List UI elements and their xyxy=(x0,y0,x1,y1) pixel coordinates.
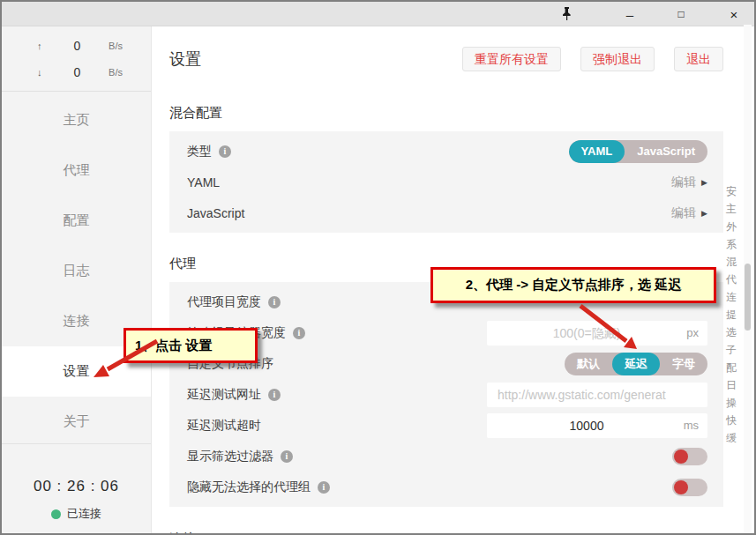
anchor-char[interactable]: 选 xyxy=(726,323,737,341)
group-navigator-width-input[interactable] xyxy=(487,321,707,346)
setting-row-latency-test-url: 延迟测试网址 xyxy=(169,379,723,410)
show-filter-toggle[interactable] xyxy=(672,448,707,465)
annotation-step1: 1、点击 设置 xyxy=(124,328,258,363)
sidebar-item-logs[interactable]: 日志 xyxy=(2,246,151,296)
sidebar-menu: 主页 代理 配置 日志 连接 设置 关于 xyxy=(2,92,151,447)
segment-javascript[interactable]: JavaScript xyxy=(625,140,707,163)
row-label: 延迟测试超时 xyxy=(187,418,261,434)
upload-speed-unit: B/s xyxy=(98,41,123,51)
sidebar-item-proxies[interactable]: 代理 xyxy=(2,145,151,196)
chevron-right-icon: ▶ xyxy=(701,209,707,218)
download-speed: ↓ 0 B/s xyxy=(37,65,123,79)
anchor-char[interactable]: 系 xyxy=(726,235,737,253)
latency-test-url-input[interactable] xyxy=(487,383,707,407)
toggle-knob xyxy=(674,480,688,494)
segment-yaml[interactable]: YAML xyxy=(569,140,625,163)
reset-all-settings-button[interactable]: 重置所有设置 xyxy=(462,47,561,71)
info-icon[interactable] xyxy=(281,450,293,463)
page-header: 设置 重置所有设置 强制退出 退出 xyxy=(169,46,723,72)
upload-arrow-icon: ↑ xyxy=(37,41,56,51)
unit-px: px xyxy=(686,321,699,346)
status-dot-icon xyxy=(51,509,61,519)
edit-javascript-link[interactable]: 编辑 ▶ xyxy=(671,205,707,221)
setting-row-javascript: JavaScript 编辑 ▶ xyxy=(169,197,723,228)
mixed-config-panel: 类型 YAML JavaScript YAML 编辑 ▶ xyxy=(169,131,723,233)
page-title: 设置 xyxy=(169,48,201,70)
anchor-char[interactable]: 子 xyxy=(726,341,737,359)
anchor-char[interactable]: 提 xyxy=(726,306,737,323)
sidebar: ↑ 0 B/s ↓ 0 B/s 主页 代理 配置 日志 连接 设置 关于 00 … xyxy=(2,26,152,533)
upload-speed-value: 0 xyxy=(56,39,98,53)
unit-ms: ms xyxy=(684,413,699,438)
quit-button[interactable]: 退出 xyxy=(674,47,723,71)
section-title-mixed-config: 混合配置 xyxy=(169,105,723,122)
info-icon[interactable] xyxy=(318,481,330,494)
config-type-segment: YAML JavaScript xyxy=(569,140,707,163)
annotation-step2: 2、代理 -> 自定义节点排序，选 延迟 xyxy=(430,267,716,303)
edit-yaml-link[interactable]: 编辑 ▶ xyxy=(671,175,707,190)
header-buttons: 重置所有设置 强制退出 退出 xyxy=(462,47,723,71)
download-arrow-icon: ↓ xyxy=(37,67,56,78)
sort-segment: 默认 延迟 字母 xyxy=(565,353,707,375)
chevron-right-icon: ▶ xyxy=(701,178,707,187)
anchor-char[interactable]: 混 xyxy=(726,253,737,271)
sidebar-item-home[interactable]: 主页 xyxy=(2,95,151,145)
upload-speed: ↑ 0 B/s xyxy=(37,39,123,53)
setting-row-hide-unselectable-groups: 隐藏无法选择的代理组 xyxy=(169,472,723,502)
segment-default[interactable]: 默认 xyxy=(565,353,612,375)
status-label: 已连接 xyxy=(67,506,101,522)
row-label: 代理项目宽度 xyxy=(187,294,261,310)
row-label: 类型 xyxy=(187,144,212,160)
edit-label: 编辑 xyxy=(671,175,696,190)
anchor-char[interactable]: 缓 xyxy=(726,429,737,447)
section-title-connection: 连接 xyxy=(169,531,723,533)
app-window: – □ × ↑ 0 B/s ↓ 0 B/s 主页 代理 配置 日志 连接 设置 … xyxy=(0,0,756,535)
segment-latency[interactable]: 延迟 xyxy=(612,353,660,375)
edit-label: 编辑 xyxy=(671,205,696,221)
minimize-button[interactable]: – xyxy=(619,2,640,26)
download-speed-unit: B/s xyxy=(98,67,123,78)
section-anchor-nav[interactable]: 安 主 外 系 混 代 连 提 选 子 配 日 操 快 缓 xyxy=(723,182,739,447)
connection-status: 已连接 xyxy=(51,506,101,522)
anchor-char[interactable]: 主 xyxy=(726,200,737,218)
maximize-button[interactable]: □ xyxy=(670,2,692,26)
info-icon[interactable] xyxy=(268,296,281,308)
row-label: JavaScript xyxy=(187,206,244,220)
row-label: 隐藏无法选择的代理组 xyxy=(187,479,311,495)
setting-row-latency-test-timeout: 延迟测试超时 ms xyxy=(169,410,723,441)
traffic-speed-panel: ↑ 0 B/s ↓ 0 B/s xyxy=(2,26,151,92)
anchor-char[interactable]: 连 xyxy=(726,288,737,306)
pin-icon[interactable] xyxy=(558,2,575,26)
setting-row-type: 类型 YAML JavaScript xyxy=(169,136,723,167)
row-label: YAML xyxy=(187,175,220,189)
sidebar-footer: 00 : 26 : 06 已连接 xyxy=(2,443,151,533)
close-button[interactable]: × xyxy=(723,2,745,26)
setting-row-yaml: YAML 编辑 ▶ xyxy=(169,167,723,197)
row-label: 延迟测试网址 xyxy=(187,387,261,403)
uptime-timer: 00 : 26 : 06 xyxy=(34,478,119,495)
latency-test-timeout-input[interactable] xyxy=(487,413,707,438)
titlebar: – □ × xyxy=(2,2,754,26)
force-quit-button[interactable]: 强制退出 xyxy=(580,47,655,71)
anchor-char[interactable]: 安 xyxy=(726,182,737,200)
setting-row-show-filter: 显示筛选过滤器 xyxy=(169,441,723,472)
sidebar-item-profiles[interactable]: 配置 xyxy=(2,196,151,246)
proxy-panel: 代理项目宽度 策略组导航器宽度 px 自定义节点排序 默认 xyxy=(169,282,723,507)
scrollbar-thumb[interactable] xyxy=(745,264,751,331)
anchor-char[interactable]: 操 xyxy=(726,394,737,412)
anchor-char[interactable]: 代 xyxy=(726,271,737,288)
anchor-char[interactable]: 快 xyxy=(726,412,737,429)
segment-alphabet[interactable]: 字母 xyxy=(660,353,707,375)
toggle-knob xyxy=(674,450,688,464)
anchor-char[interactable]: 外 xyxy=(726,218,737,235)
row-label: 显示筛选过滤器 xyxy=(187,449,273,464)
anchor-char[interactable]: 配 xyxy=(726,359,737,376)
anchor-char[interactable]: 日 xyxy=(726,376,737,394)
vertical-scrollbar[interactable] xyxy=(744,25,752,533)
download-speed-value: 0 xyxy=(56,65,98,79)
info-icon[interactable] xyxy=(293,327,305,339)
info-icon[interactable] xyxy=(268,389,281,401)
hide-unselectable-groups-toggle[interactable] xyxy=(672,479,707,496)
sidebar-item-about[interactable]: 关于 xyxy=(2,397,151,447)
info-icon[interactable] xyxy=(219,145,231,158)
